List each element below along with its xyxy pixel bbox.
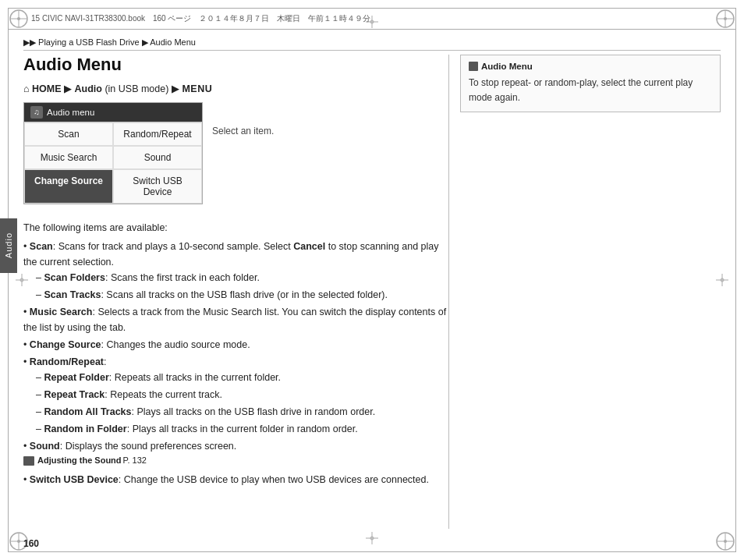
list-item-scan: • Scan: Scans for track and plays a 10-s… <box>23 239 452 303</box>
menu-grid: Scan Random/Repeat Music Search Sound Ch… <box>24 122 202 204</box>
right-panel: Audio Menu To stop repeat- or random-pla… <box>460 55 721 529</box>
nav-home-label: HOME <box>32 83 62 94</box>
audio-menu-box: ♫ Audio menu Scan Random/Repeat Music Se… <box>23 102 203 204</box>
right-box-text: To stop repeat- or random-play, select t… <box>469 76 712 105</box>
breadcrumb-part1: Playing a USB Flash Drive <box>38 37 140 47</box>
top-strip-text: 15 CIVIC NAVI-31TR38300.book 160 ページ ２０１… <box>31 13 370 24</box>
sub-item-random-folder: – Random in Folder: Plays all tracks in … <box>36 421 452 437</box>
nav-menu-label: MENU <box>182 83 212 94</box>
list-item-random-repeat: • Random/Repeat: – Repeat Folder: Repeat… <box>23 354 452 437</box>
nav-audio-label: Audio <box>75 83 102 94</box>
right-info-box: Audio Menu To stop repeat- or random-pla… <box>460 55 721 112</box>
body-text: The following items are available: • Sca… <box>23 220 452 487</box>
sub-item-random-all: – Random All Tracks: Plays all tracks on… <box>36 404 452 420</box>
vertical-divider <box>448 55 449 529</box>
nav-audio-note: (in USB mode) <box>105 83 168 94</box>
page-title: Audio Menu <box>23 55 452 75</box>
top-strip: 15 CIVIC NAVI-31TR38300.book 160 ページ ２０１… <box>8 8 736 30</box>
sound-ref-link: Adjusting the Sound P. 132 <box>23 454 147 468</box>
menu-item-switch-usb[interactable]: Switch USB Device <box>113 169 202 204</box>
menu-item-music-search[interactable]: Music Search <box>24 146 113 169</box>
menu-item-sound[interactable]: Sound <box>113 146 202 169</box>
nav-arrow1: ▶ <box>64 83 74 94</box>
list-item-music-search: • Music Search: Selects a track from the… <box>23 304 452 335</box>
menu-item-scan[interactable]: Scan <box>24 122 113 146</box>
menu-item-change-source[interactable]: Change Source <box>24 169 113 204</box>
book-icon <box>23 456 34 466</box>
home-icon: ⌂ <box>23 83 30 94</box>
breadcrumb-part2: Audio Menu <box>150 37 196 47</box>
sub-item-scan-folders: – Scan Folders: Scans the first track in… <box>36 270 452 285</box>
sub-item-repeat-track: – Repeat Track: Repeats the current trac… <box>36 387 452 402</box>
list-item-sound: • Sound: Displays the sound preferences … <box>23 438 452 470</box>
menu-header-label: Audio menu <box>47 108 94 117</box>
intro-text: The following items are available: <box>23 220 452 236</box>
sub-item-scan-tracks: – Scan Tracks: Scans all tracks on the U… <box>36 287 452 303</box>
right-box-title-text: Audio Menu <box>481 62 533 71</box>
sub-item-repeat-folder: – Repeat Folder: Repeats all tracks in t… <box>36 370 452 385</box>
menu-item-random-repeat[interactable]: Random/Repeat <box>113 122 202 146</box>
menu-and-select-container: ♫ Audio menu Scan Random/Repeat Music Se… <box>23 102 452 212</box>
menu-header: ♫ Audio menu <box>24 103 202 122</box>
side-tab-audio: Audio <box>0 218 17 273</box>
list-item-change-source: • Change Source: Changes the audio sourc… <box>23 337 452 353</box>
nav-arrow2: ▶ <box>172 83 182 94</box>
page-number: 160 <box>23 538 39 549</box>
breadcrumb: ▶▶ Playing a USB Flash Drive ▶ Audio Men… <box>23 37 196 48</box>
nav-line: ⌂ HOME ▶ Audio (in USB mode) ▶ MENU <box>23 83 452 94</box>
music-icon: ♫ <box>30 106 43 119</box>
right-box-title: Audio Menu <box>469 62 712 71</box>
list-item-switch-usb: • Switch USB Device: Change the USB devi… <box>23 472 452 487</box>
breadcrumb-separator: ▶ <box>142 37 150 47</box>
breadcrumb-prefix: ▶▶ <box>23 37 36 47</box>
select-item-label: Select an item. <box>212 126 274 136</box>
horizontal-rule-top <box>23 50 721 51</box>
side-tab-label: Audio <box>4 232 13 258</box>
left-panel: Audio Menu ⌂ HOME ▶ Audio (in USB mode) … <box>23 55 452 529</box>
